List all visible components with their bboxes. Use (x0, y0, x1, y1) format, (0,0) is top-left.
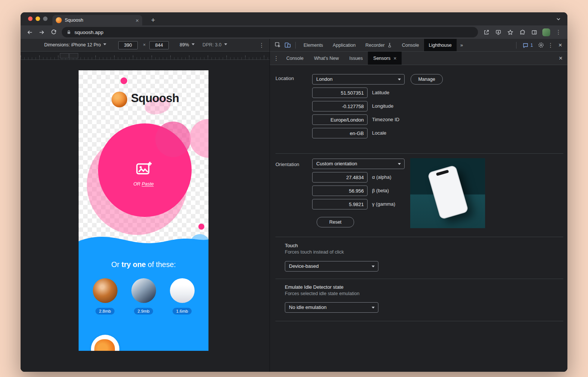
ruler-marker (69, 53, 78, 58)
forward-button[interactable] (36, 27, 47, 37)
browser-menu-icon[interactable]: ⋮ (553, 27, 564, 37)
manage-button[interactable]: Manage (411, 74, 443, 85)
beta-label: β (beta) (372, 186, 389, 196)
orientation-select[interactable]: Custom orientation (312, 159, 405, 169)
install-app-icon[interactable] (493, 27, 503, 37)
or-paste-line: OR Paste (79, 181, 208, 187)
locale-label: Locale (372, 128, 386, 138)
browser-tab[interactable]: Squoosh × (52, 15, 142, 25)
close-window-button[interactable] (28, 16, 33, 21)
longitude-input[interactable] (312, 101, 368, 111)
gamma-input[interactable] (312, 199, 368, 209)
pink-dot-decoration (198, 224, 204, 230)
sample-photo-red-panda[interactable] (93, 278, 118, 303)
bookmark-star-icon[interactable] (505, 27, 515, 37)
tab-application[interactable]: Application (328, 39, 360, 51)
latitude-input[interactable] (312, 88, 368, 98)
back-button[interactable] (24, 27, 35, 37)
section-divider (275, 279, 563, 279)
drawer-tab-console[interactable]: Console (281, 52, 309, 65)
try-prefix: Or (111, 260, 121, 269)
idle-emulation-select[interactable]: No idle emulation (285, 302, 378, 313)
dpr-dropdown[interactable]: DPR: 3.0 (202, 39, 227, 51)
tab-console[interactable]: Console (397, 39, 424, 51)
device-dimensions-label: Dimensions: iPhone 12 Pro (44, 42, 101, 47)
device-height-input[interactable] (149, 41, 169, 49)
tab-elements[interactable]: Elements (299, 39, 328, 51)
device-width-input[interactable] (118, 41, 138, 49)
traffic-lights (28, 16, 48, 21)
minimize-window-button[interactable] (36, 16, 40, 21)
device-toolbar-menu-icon[interactable]: ⋮ (258, 39, 265, 51)
drawer-close-icon[interactable]: × (554, 52, 567, 65)
zoom-dropdown[interactable]: 89% (180, 39, 195, 51)
sample-photo-phone[interactable] (170, 278, 195, 303)
try-suffix: of these: (146, 260, 176, 269)
inspect-element-icon[interactable] (273, 40, 283, 50)
address-bar[interactable]: squoosh.app (62, 27, 478, 37)
issues-count: 1 (530, 43, 533, 48)
more-tabs-icon[interactable]: » (457, 42, 467, 48)
paste-link[interactable]: Paste (142, 181, 154, 187)
pink-blob-decoration (189, 119, 208, 158)
squoosh-logo-icon (112, 92, 127, 107)
profile-avatar[interactable] (542, 28, 550, 36)
extensions-puzzle-icon[interactable] (517, 27, 527, 37)
settings-gear-icon[interactable] (536, 40, 546, 50)
devtools-toolbar-right: 1 ⋮ × (513, 40, 567, 50)
devtools-menu-icon[interactable]: ⋮ (546, 40, 555, 50)
chevron-down-icon (192, 43, 195, 47)
alpha-label: α (alpha) (372, 172, 392, 183)
drawer-tab-issues[interactable]: Issues (344, 52, 368, 65)
drawer-menu-icon[interactable]: ⋮ (271, 52, 281, 65)
drawer-tab-whats-new[interactable]: What's New (309, 52, 344, 65)
issues-counter-button[interactable]: 1 (520, 42, 536, 48)
tab-recorder[interactable]: Recorder (360, 39, 397, 51)
tab-search-chevron-icon[interactable] (555, 16, 561, 22)
device-dimensions-dropdown[interactable]: Dimensions: iPhone 12 Pro (44, 39, 106, 51)
divider (516, 42, 517, 49)
locale-input[interactable] (312, 128, 368, 138)
orientation-preview[interactable] (410, 158, 485, 228)
alpha-input[interactable] (312, 172, 368, 183)
devtools-close-icon[interactable]: × (555, 40, 565, 50)
zoom-window-button[interactable] (43, 16, 48, 21)
browser-toolbar: squoosh.app ⋮ (21, 25, 567, 39)
or-label: OR (133, 181, 140, 187)
squoosh-logo: Squoosh (79, 91, 208, 110)
close-sensors-tab-icon[interactable]: × (393, 52, 396, 65)
idle-detector-description: Forces selected idle state emulation (285, 291, 359, 296)
new-tab-button[interactable]: + (148, 15, 158, 25)
location-select[interactable]: London (312, 74, 405, 85)
open-in-new-icon[interactable] (481, 27, 491, 37)
tab-lighthouse[interactable]: Lighthouse (424, 39, 457, 51)
blue-wave-decoration (79, 234, 208, 246)
tab-close-icon[interactable]: × (135, 18, 139, 23)
sample-images-row: 2.8mb 2.9mb 1.6mb (79, 278, 208, 315)
chevron-down-icon (103, 43, 106, 47)
squoosh-page-viewport: Squoosh OR Paste (79, 70, 208, 351)
experiment-flask-icon (387, 43, 392, 48)
horizontal-ruler (21, 52, 269, 60)
reload-button[interactable] (48, 27, 59, 37)
titlebar: Squoosh × + (21, 12, 567, 25)
drawer-tab-sensors-label: Sensors (373, 52, 390, 65)
squoosh-logo-text: Squoosh (131, 92, 179, 105)
timezone-input[interactable] (312, 114, 368, 125)
drawer-tabbar: ⋮ Console What's New Issues Sensors × × (270, 52, 567, 65)
latitude-label: Latitude (372, 88, 389, 98)
dimensions-times-label: × (143, 39, 146, 51)
sample-photo-workspace[interactable] (131, 278, 156, 303)
devtools-panel: Elements Application Recorder Console Li… (269, 39, 567, 372)
beta-input[interactable] (312, 186, 368, 196)
add-image-icon[interactable] (135, 160, 153, 177)
devtools-main-tabbar: Elements Application Recorder Console Li… (270, 39, 567, 52)
toggle-device-toolbar-icon[interactable] (283, 40, 292, 50)
reset-button[interactable]: Reset (317, 217, 354, 227)
pink-blob-decoration (155, 122, 191, 157)
side-panel-icon[interactable] (529, 27, 539, 37)
section-divider (275, 237, 563, 237)
device-toolbar: Dimensions: iPhone 12 Pro × 89% DPR: 3.0… (21, 39, 269, 52)
drawer-tab-sensors[interactable]: Sensors × (368, 52, 402, 65)
touch-select[interactable]: Device-based (285, 261, 378, 272)
